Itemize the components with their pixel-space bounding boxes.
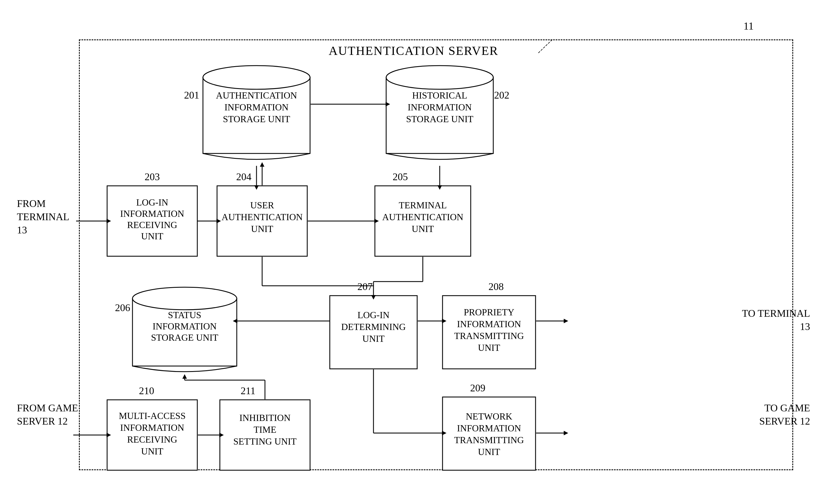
- auth-server-box: [79, 40, 793, 470]
- from-game-server-label: FROM GAMESERVER 12: [17, 401, 78, 428]
- ref-11-label: 11: [743, 20, 754, 32]
- auth-server-title: AUTHENTICATION SERVER: [11, 44, 816, 58]
- to-game-server-label: TO GAMESERVER 12: [759, 401, 810, 428]
- to-terminal-label: TO TERMINAL13: [742, 307, 810, 333]
- diagram-container: 11 AUTHENTICATION SERVER FROMTERMINAL13 …: [11, 11, 816, 493]
- from-terminal-label: FROMTERMINAL13: [17, 197, 69, 236]
